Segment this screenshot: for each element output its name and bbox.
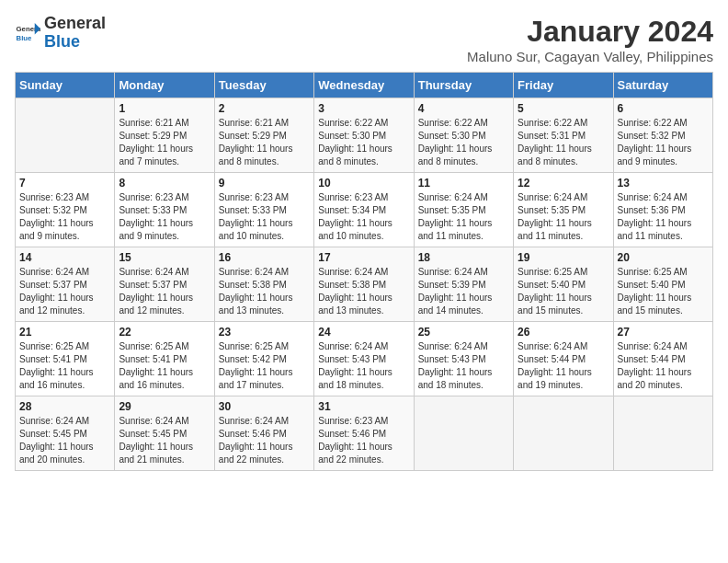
calendar-cell: 13Sunrise: 6:24 AMSunset: 5:36 PMDayligh… [613,173,712,247]
header-day-wednesday: Wednesday [314,73,414,98]
week-row-2: 7Sunrise: 6:23 AMSunset: 5:32 PMDaylight… [16,173,713,247]
day-number: 25 [418,326,509,339]
day-number: 27 [618,326,709,339]
day-info: Sunrise: 6:24 AMSunset: 5:43 PMDaylight:… [318,340,409,392]
calendar-cell: 8Sunrise: 6:23 AMSunset: 5:33 PMDaylight… [115,173,214,247]
calendar-cell: 27Sunrise: 6:24 AMSunset: 5:44 PMDayligh… [613,322,712,396]
calendar-cell: 19Sunrise: 6:25 AMSunset: 5:40 PMDayligh… [514,247,613,322]
logo: General Blue General Blue [15,15,106,52]
title-block: January 2024 Maluno Sur, Cagayan Valley,… [467,15,713,64]
day-info: Sunrise: 6:24 AMSunset: 5:35 PMDaylight:… [418,191,509,243]
day-info: Sunrise: 6:21 AMSunset: 5:29 PMDaylight:… [119,117,210,168]
day-number: 7 [19,177,110,190]
day-number: 3 [318,102,409,115]
day-number: 21 [19,326,110,339]
day-info: Sunrise: 6:21 AMSunset: 5:29 PMDaylight:… [219,117,310,168]
header-day-sunday: Sunday [16,73,115,98]
calendar-cell: 9Sunrise: 6:23 AMSunset: 5:33 PMDaylight… [214,173,313,247]
day-info: Sunrise: 6:22 AMSunset: 5:32 PMDaylight:… [618,117,709,168]
day-number: 28 [19,400,110,413]
calendar-cell: 7Sunrise: 6:23 AMSunset: 5:32 PMDaylight… [16,173,115,247]
day-info: Sunrise: 6:23 AMSunset: 5:33 PMDaylight:… [219,191,310,243]
day-info: Sunrise: 6:24 AMSunset: 5:37 PMDaylight:… [19,266,110,317]
day-number: 6 [618,102,709,115]
day-info: Sunrise: 6:24 AMSunset: 5:44 PMDaylight:… [518,340,609,392]
week-row-4: 21Sunrise: 6:25 AMSunset: 5:41 PMDayligh… [16,322,713,396]
day-info: Sunrise: 6:24 AMSunset: 5:35 PMDaylight:… [518,191,609,243]
calendar-cell: 18Sunrise: 6:24 AMSunset: 5:39 PMDayligh… [414,247,513,322]
day-info: Sunrise: 6:25 AMSunset: 5:40 PMDaylight:… [518,266,609,317]
day-number: 14 [19,251,110,264]
day-number: 11 [418,177,509,190]
calendar-cell: 29Sunrise: 6:24 AMSunset: 5:45 PMDayligh… [115,396,214,471]
day-info: Sunrise: 6:24 AMSunset: 5:44 PMDaylight:… [618,340,709,392]
calendar-cell: 6Sunrise: 6:22 AMSunset: 5:32 PMDaylight… [613,98,712,173]
header-day-saturday: Saturday [613,73,712,98]
calendar-cell: 31Sunrise: 6:23 AMSunset: 5:46 PMDayligh… [314,396,414,471]
calendar-cell [514,396,613,471]
logo-text-line1: General [44,15,106,33]
day-number: 31 [318,400,409,413]
calendar-cell: 12Sunrise: 6:24 AMSunset: 5:35 PMDayligh… [514,173,613,247]
calendar-header-row: SundayMondayTuesdayWednesdayThursdayFrid… [16,73,713,98]
calendar-cell: 1Sunrise: 6:21 AMSunset: 5:29 PMDaylight… [115,98,214,173]
calendar-cell: 23Sunrise: 6:25 AMSunset: 5:42 PMDayligh… [214,322,313,396]
day-info: Sunrise: 6:24 AMSunset: 5:38 PMDaylight:… [219,266,310,317]
day-number: 2 [219,102,310,115]
header-day-friday: Friday [514,73,613,98]
location-subtitle: Maluno Sur, Cagayan Valley, Philippines [467,49,713,64]
calendar-cell: 5Sunrise: 6:22 AMSunset: 5:31 PMDaylight… [514,98,613,173]
day-info: Sunrise: 6:25 AMSunset: 5:41 PMDaylight:… [119,340,210,392]
day-number: 8 [119,177,210,190]
calendar-cell: 10Sunrise: 6:23 AMSunset: 5:34 PMDayligh… [314,173,414,247]
day-number: 23 [219,326,310,339]
day-info: Sunrise: 6:25 AMSunset: 5:40 PMDaylight:… [618,266,709,317]
calendar-cell: 25Sunrise: 6:24 AMSunset: 5:43 PMDayligh… [414,322,513,396]
calendar-cell: 24Sunrise: 6:24 AMSunset: 5:43 PMDayligh… [314,322,414,396]
calendar-cell: 2Sunrise: 6:21 AMSunset: 5:29 PMDaylight… [214,98,313,173]
day-info: Sunrise: 6:23 AMSunset: 5:32 PMDaylight:… [19,191,110,243]
calendar-cell: 16Sunrise: 6:24 AMSunset: 5:38 PMDayligh… [214,247,313,322]
day-info: Sunrise: 6:24 AMSunset: 5:37 PMDaylight:… [119,266,210,317]
day-number: 19 [518,251,609,264]
day-number: 29 [119,400,210,413]
day-info: Sunrise: 6:22 AMSunset: 5:30 PMDaylight:… [318,117,409,168]
page-header: General Blue General Blue January 2024 M… [15,15,713,64]
calendar-cell: 28Sunrise: 6:24 AMSunset: 5:45 PMDayligh… [16,396,115,471]
calendar-cell: 4Sunrise: 6:22 AMSunset: 5:30 PMDaylight… [414,98,513,173]
day-number: 22 [119,326,210,339]
day-number: 9 [219,177,310,190]
day-info: Sunrise: 6:23 AMSunset: 5:34 PMDaylight:… [318,191,409,243]
day-info: Sunrise: 6:25 AMSunset: 5:41 PMDaylight:… [19,340,110,392]
day-number: 13 [618,177,709,190]
calendar-cell [613,396,712,471]
day-number: 17 [318,251,409,264]
day-number: 10 [318,177,409,190]
calendar-cell: 17Sunrise: 6:24 AMSunset: 5:38 PMDayligh… [314,247,414,322]
day-info: Sunrise: 6:24 AMSunset: 5:43 PMDaylight:… [418,340,509,392]
day-info: Sunrise: 6:22 AMSunset: 5:30 PMDaylight:… [418,117,509,168]
day-info: Sunrise: 6:22 AMSunset: 5:31 PMDaylight:… [518,117,609,168]
calendar-cell [16,98,115,173]
day-info: Sunrise: 6:23 AMSunset: 5:33 PMDaylight:… [119,191,210,243]
calendar-table: SundayMondayTuesdayWednesdayThursdayFrid… [15,72,713,471]
day-number: 4 [418,102,509,115]
day-number: 16 [219,251,310,264]
calendar-cell: 20Sunrise: 6:25 AMSunset: 5:40 PMDayligh… [613,247,712,322]
calendar-cell: 22Sunrise: 6:25 AMSunset: 5:41 PMDayligh… [115,322,214,396]
header-day-tuesday: Tuesday [214,73,313,98]
day-number: 30 [219,400,310,413]
svg-text:Blue: Blue [17,34,33,42]
day-info: Sunrise: 6:24 AMSunset: 5:45 PMDaylight:… [19,415,110,466]
day-info: Sunrise: 6:25 AMSunset: 5:42 PMDaylight:… [219,340,310,392]
logo-icon: General Blue [15,20,40,46]
day-number: 5 [518,102,609,115]
calendar-cell [414,396,513,471]
week-row-1: 1Sunrise: 6:21 AMSunset: 5:29 PMDaylight… [16,98,713,173]
header-day-monday: Monday [115,73,214,98]
week-row-3: 14Sunrise: 6:24 AMSunset: 5:37 PMDayligh… [16,247,713,322]
day-number: 20 [618,251,709,264]
header-day-thursday: Thursday [414,73,513,98]
day-number: 1 [119,102,210,115]
day-info: Sunrise: 6:24 AMSunset: 5:46 PMDaylight:… [219,415,310,466]
